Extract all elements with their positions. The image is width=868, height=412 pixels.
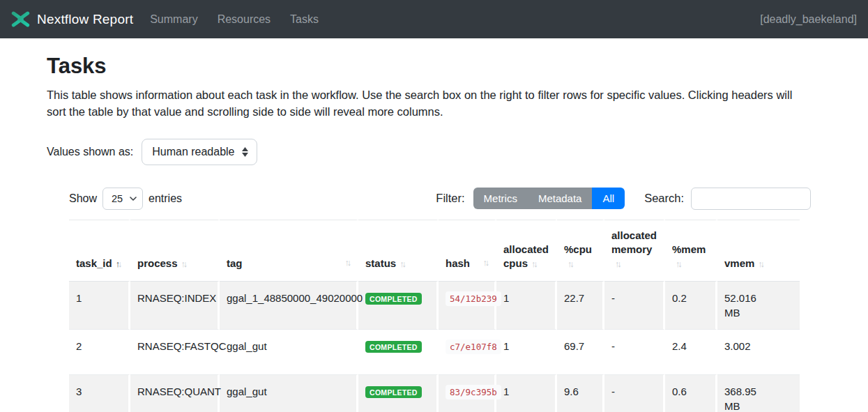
show-label: Show	[69, 192, 97, 205]
cell-tag: ggal_gut	[220, 375, 358, 412]
table-controls: Show 25 entries Filter: Metrics Metadata…	[69, 188, 811, 210]
column-header-allocated-memory[interactable]: allocated memory↑↓	[604, 220, 665, 282]
sort-icon: ↑↓	[758, 259, 763, 270]
cell-vmem: 52.016 MB	[717, 282, 800, 330]
cell-process: RNASEQ:FASTQC	[130, 330, 220, 375]
cell-status: COMPLETED	[358, 330, 439, 375]
status-badge: COMPLETED	[365, 293, 422, 305]
cell-status: COMPLETED	[358, 375, 439, 412]
cell-allocated-cpus: 1	[496, 330, 557, 375]
values-shown-label: Values shown as:	[47, 146, 133, 158]
cell-vmem: 368.95 MB	[717, 375, 800, 412]
cell-hash: 54/12b239	[439, 282, 496, 330]
nav-item-tasks[interactable]: Tasks	[280, 8, 328, 31]
nav-item-resources[interactable]: Resources	[208, 8, 280, 31]
sort-icon: ↑↓	[181, 259, 186, 270]
select-updown-icon	[242, 147, 248, 157]
filter-button-metrics[interactable]: Metrics	[473, 188, 528, 209]
status-badge: COMPLETED	[365, 386, 422, 399]
page-length-value: 25	[112, 193, 123, 204]
table-row: 3 RNASEQ:QUANT ggal_gut COMPLETED 83/9c3…	[69, 375, 800, 412]
cell-task-id: 1	[69, 282, 130, 330]
column-header-task-id[interactable]: task_id↑↓	[69, 220, 130, 282]
values-shown-row: Values shown as: Human readable	[47, 139, 809, 165]
cell-vmem: 3.002	[717, 330, 800, 375]
entries-label: entries	[149, 192, 182, 205]
column-header-process[interactable]: process↑↓	[130, 220, 220, 282]
cell-task-id: 3	[69, 375, 130, 412]
cell-hash: c7/e107f8	[439, 330, 496, 375]
cell-tag: ggal_gut	[220, 330, 358, 375]
sort-icon: ↑↓	[399, 259, 404, 270]
brand-title: Nextflow Report	[37, 12, 133, 27]
datatable-wrapper: Show 25 entries Filter: Metrics Metadata…	[69, 188, 811, 412]
main-content: Tasks This table shows information about…	[0, 38, 868, 412]
hash-code: c7/e107f8	[446, 339, 501, 354]
cell-pct-mem: 0.6	[665, 375, 717, 412]
cell-allocated-memory: -	[604, 330, 665, 375]
cell-pct-cpu: 9.6	[557, 375, 604, 412]
sort-icon: ↑↓	[345, 257, 350, 269]
cell-allocated-memory: -	[604, 282, 665, 330]
search-label: Search:	[644, 192, 684, 205]
filter-group: Filter: Metrics Metadata All	[436, 188, 625, 209]
cell-process: RNASEQ:INDEX	[130, 282, 220, 330]
cell-process: RNASEQ:QUANT	[130, 375, 220, 412]
page-length-select[interactable]: 25	[102, 188, 143, 210]
cell-task-id: 2	[69, 330, 130, 375]
column-header-hash[interactable]: hash↑↓	[439, 220, 496, 282]
sort-icon: ↑↓	[615, 259, 620, 270]
table-row: 2 RNASEQ:FASTQC ggal_gut COMPLETED c7/e1…	[69, 330, 800, 375]
tasks-table: task_id↑↓ process↑↓ tag↑↓ status↑↓ hash↑…	[69, 220, 800, 412]
status-badge: COMPLETED	[365, 341, 422, 353]
column-header-status[interactable]: status↑↓	[358, 220, 439, 282]
sort-icon: ↑↓	[116, 259, 121, 270]
cell-hash: 83/9c395b	[439, 375, 496, 412]
nextflow-logo-icon	[11, 10, 30, 29]
column-header-tag[interactable]: tag↑↓	[220, 220, 358, 282]
cell-pct-cpu: 69.7	[557, 330, 604, 375]
filter-button-metadata[interactable]: Metadata	[528, 188, 593, 209]
cell-pct-cpu: 22.7	[557, 282, 604, 330]
navbar: Nextflow Report Summary Resources Tasks …	[0, 0, 868, 38]
column-header-vmem[interactable]: vmem↑↓	[717, 220, 800, 282]
filter-label: Filter:	[436, 192, 464, 205]
page-length-group: Show 25 entries	[69, 188, 182, 210]
nav-item-summary[interactable]: Summary	[140, 8, 207, 31]
cell-allocated-cpus: 1	[496, 375, 557, 412]
sort-icon: ↑↓	[568, 259, 572, 270]
run-name: [deadly_baekeland]	[760, 13, 857, 26]
header-row: task_id↑↓ process↑↓ tag↑↓ status↑↓ hash↑…	[69, 220, 800, 282]
nav-links: Summary Resources Tasks	[140, 8, 328, 31]
table-scroll-area[interactable]: task_id↑↓ process↑↓ tag↑↓ status↑↓ hash↑…	[69, 220, 800, 412]
table-row: 1 RNASEQ:INDEX ggal_1_48850000_49020000 …	[69, 282, 800, 330]
values-shown-select[interactable]: Human readable	[142, 139, 257, 165]
column-header-allocated-cpus[interactable]: allocated cpus↑↓	[496, 220, 557, 282]
sort-icon: ↑↓	[483, 257, 488, 269]
hash-code: 54/12b239	[446, 291, 501, 306]
chevron-down-icon	[130, 197, 137, 201]
hash-code: 83/9c395b	[446, 385, 501, 399]
filter-button-all[interactable]: All	[592, 188, 625, 209]
search-group: Search:	[644, 188, 811, 210]
page-description: This table shows information about each …	[47, 87, 809, 121]
column-header-pct-cpu[interactable]: %cpu↑↓	[557, 220, 604, 282]
sort-icon: ↑↓	[676, 259, 680, 270]
cell-allocated-cpus: 1	[496, 282, 557, 330]
values-shown-selected: Human readable	[152, 146, 234, 158]
column-header-pct-mem[interactable]: %mem↑↓	[665, 220, 717, 282]
cell-status: COMPLETED	[358, 282, 439, 330]
cell-pct-mem: 0.2	[665, 282, 717, 330]
brand-link[interactable]: Nextflow Report	[11, 10, 133, 29]
sort-icon: ↑↓	[531, 259, 536, 270]
cell-allocated-memory: -	[604, 375, 665, 412]
cell-pct-mem: 2.4	[665, 330, 717, 375]
cell-tag: ggal_1_48850000_49020000	[220, 282, 358, 330]
search-input[interactable]	[691, 188, 811, 210]
filter-button-group: Metrics Metadata All	[473, 188, 625, 209]
page-title: Tasks	[47, 54, 809, 79]
